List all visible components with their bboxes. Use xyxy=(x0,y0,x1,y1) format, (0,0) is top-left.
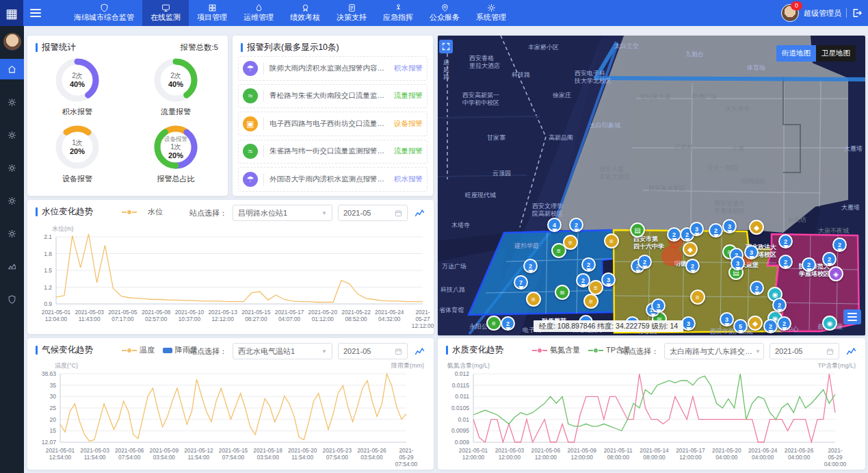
sidebar-item-2[interactable] xyxy=(0,92,24,112)
alarm-stats-panel: 报警统计 报警总数:5 2次40%积水报警2次40%流量报警1次20%设备报警设… xyxy=(27,36,228,196)
map-cluster-marker[interactable]: 3 xyxy=(744,245,759,259)
map-cluster-marker[interactable]: 2 xyxy=(667,227,681,242)
alarm-list-item-5[interactable]: ☂外国语大学雨内涝积水监测点报警内…积水报警 xyxy=(238,167,428,192)
climate-panel: 气候变化趋势 温度 降雨量 站点选择： 西北水电气温站1▼ 2021-05 温度… xyxy=(27,338,434,470)
x-tick: 2021-05-08 02:57:00 xyxy=(142,309,170,322)
sidebar-item-7[interactable] xyxy=(0,256,24,277)
alarm-list-item-2[interactable]: ≈青松路与朱雀大街南段交口流量监测…流量报警 xyxy=(238,84,428,109)
map-gate-icon[interactable]: ≡ xyxy=(583,294,599,309)
station-select[interactable]: 太白南路与丈八东路交…▼ xyxy=(664,343,764,359)
map-drop-icon[interactable]: ◆ xyxy=(749,220,764,235)
map-cluster-marker[interactable]: 2 xyxy=(802,257,816,272)
map-cluster-marker[interactable]: 2 xyxy=(832,238,847,252)
menu-toggle-button[interactable] xyxy=(30,9,41,17)
x-tick: 2021-05-12 11:54:00 xyxy=(184,447,213,461)
nav-item-9[interactable]: 系统管理 xyxy=(468,0,514,26)
map-layer-list-button[interactable] xyxy=(843,309,861,324)
map-cluster-marker[interactable]: 7 xyxy=(514,275,528,290)
map-cluster-marker[interactable]: 2 xyxy=(778,234,793,248)
map-panel[interactable]: 唐 延 路西安香格 里拉大酒店丰家桥小区科技路太白立交九魁台体育场西安电子科 技… xyxy=(438,36,865,335)
map-cluster-marker[interactable]: 2 xyxy=(685,259,700,273)
map-gate-icon[interactable]: ≡ xyxy=(563,235,578,250)
line-chart-button[interactable] xyxy=(413,207,425,218)
legend-temperature xyxy=(122,348,137,353)
alarm-list-item-1[interactable]: ☂陕师大雨内涝积水监测点报警内容：…积水报警 xyxy=(238,56,428,81)
map-gate-icon[interactable]: ≡ xyxy=(526,292,541,307)
satellite-map-button[interactable]: 卫星地图 xyxy=(816,45,856,62)
alarm-tag: 流量报警 xyxy=(394,91,423,101)
sidebar-item-3[interactable] xyxy=(0,125,24,145)
map-cluster-marker[interactable]: 2 xyxy=(709,223,723,238)
map-cluster-marker[interactable]: 2 xyxy=(777,316,791,331)
map-cluster-marker[interactable]: 2 xyxy=(637,255,652,269)
map-valve-icon[interactable]: ≋ xyxy=(555,285,570,300)
line-chart-button[interactable] xyxy=(413,346,425,357)
nav-item-5[interactable]: 绩效考核 xyxy=(282,0,328,26)
map-cluster-marker[interactable]: 3 xyxy=(651,298,666,313)
map-gate-icon[interactable]: ≡ xyxy=(690,290,705,305)
map-cluster-marker[interactable]: 3 xyxy=(689,222,704,236)
x-tick: 2021-05-15 08:27:00 xyxy=(241,309,270,322)
date-picker[interactable]: 2021-05 xyxy=(770,343,839,359)
nav-item-4[interactable]: 运维管理 xyxy=(235,0,282,26)
date-picker[interactable]: 2021-05 xyxy=(338,205,408,221)
nav-item-1[interactable]: 海绵城市综合监管 xyxy=(66,0,142,26)
alarm-list-item-3[interactable]: ▣电子西四路与电子西街坊交口流量监…设备报警 xyxy=(238,112,428,136)
sidebar-item-4[interactable] xyxy=(0,157,24,178)
map-cluster-marker[interactable]: 2 xyxy=(750,281,764,295)
map-pump-icon[interactable]: ▤ xyxy=(630,222,645,238)
logout-icon[interactable] xyxy=(852,8,863,18)
y-tick: 12.07 xyxy=(42,439,56,446)
avatar[interactable]: 0 xyxy=(781,4,799,22)
y-axis-label: 水位(m) xyxy=(52,225,74,233)
y-tick: 0.9 xyxy=(44,301,52,307)
calendar-icon xyxy=(395,348,402,355)
map-gate-icon[interactable]: ≡ xyxy=(604,233,619,248)
sidebar-item-5[interactable] xyxy=(0,190,24,211)
map-cluster-marker[interactable]: 5 xyxy=(733,319,748,333)
nav-item-8[interactable]: 公众服务 xyxy=(421,0,468,26)
map-drop-icon[interactable]: ◆ xyxy=(748,316,763,331)
chevron-down-icon: ▼ xyxy=(755,348,761,355)
nav-item-6[interactable]: 决策支持 xyxy=(328,0,375,26)
nav-item-3[interactable]: 项目管理 xyxy=(189,0,235,26)
sidebar-item-1[interactable] xyxy=(0,59,24,79)
sidebar-item-6[interactable] xyxy=(0,223,24,244)
title-bar xyxy=(446,346,448,355)
divider xyxy=(263,118,264,130)
map-gate-icon[interactable]: ≡ xyxy=(588,280,603,295)
sidebar-avatar[interactable] xyxy=(3,33,21,51)
map-cluster-marker[interactable]: 2 xyxy=(576,273,590,287)
map-expand-button[interactable] xyxy=(439,40,453,53)
map-cluster-marker[interactable]: 2 xyxy=(772,298,787,312)
y-tick: 0.012 xyxy=(455,370,469,377)
map-cluster-marker[interactable]: 2 xyxy=(501,316,515,331)
alarm-text: 朱雀路与纬一街交口流量监测报警内… xyxy=(269,146,390,156)
map-cluster-marker[interactable]: 2 xyxy=(822,252,837,266)
title-bar xyxy=(36,346,38,355)
map-outfall-icon[interactable]: ◉ xyxy=(822,316,837,331)
street-map-button[interactable]: 街道地图 xyxy=(776,45,816,62)
station-select[interactable]: 西北水电气温站1▼ xyxy=(233,343,332,359)
nav-item-2[interactable]: 在线监测 xyxy=(142,0,189,26)
map-cluster-marker[interactable]: 3 xyxy=(720,312,734,327)
map-cluster-marker[interactable]: 2 xyxy=(763,319,778,333)
map-cluster-marker[interactable]: 3 xyxy=(731,256,745,270)
map-cluster-marker[interactable]: 2 xyxy=(523,259,538,273)
map-cluster-marker[interactable]: 2 xyxy=(569,218,583,232)
map-cluster-marker[interactable]: 4 xyxy=(547,218,562,232)
alarm-text: 陕师大雨内涝积水监测点报警内容：… xyxy=(269,64,390,73)
alarm-list-item-4[interactable]: ≈朱雀路与纬一街交口流量监测报警内…流量报警 xyxy=(238,140,428,164)
map-cluster-marker[interactable]: 3 xyxy=(601,272,616,287)
map-cluster-marker[interactable]: 3 xyxy=(722,219,737,233)
map-sluice-icon[interactable]: ≡ xyxy=(486,316,501,331)
station-select[interactable]: 昌明路水位站1▼ xyxy=(233,205,332,221)
gear-icon xyxy=(487,3,496,12)
map-cluster-marker[interactable]: 2 xyxy=(581,257,596,272)
map-cluster-marker[interactable]: 3 xyxy=(681,316,696,331)
date-picker[interactable]: 2021-05 xyxy=(338,343,408,359)
sidebar-item-8[interactable] xyxy=(0,289,24,309)
map-cluster-marker[interactable]: 2 xyxy=(778,255,793,269)
nav-item-7[interactable]: 应急指挥 xyxy=(375,0,421,26)
line-chart-button[interactable] xyxy=(845,346,857,357)
